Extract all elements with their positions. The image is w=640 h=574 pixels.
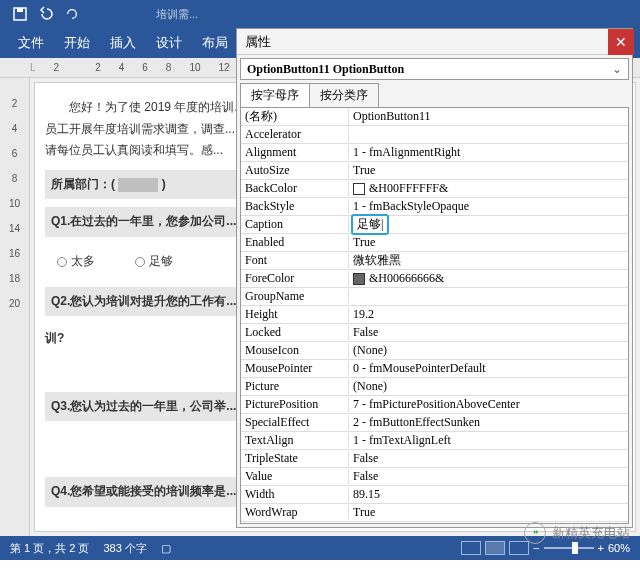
object-selector[interactable]: OptionButton11 OptionButton ⌄: [240, 58, 629, 80]
property-key: MouseIcon: [241, 343, 349, 358]
color-swatch: [353, 183, 365, 195]
property-key: GroupName: [241, 289, 349, 304]
quick-access-toolbar: 培训需...: [0, 0, 640, 28]
page-indicator[interactable]: 第 1 页，共 2 页: [10, 541, 89, 556]
property-row[interactable]: AutoSizeTrue: [241, 162, 628, 180]
property-value[interactable]: &H00FFFFFF&: [349, 181, 628, 196]
property-row[interactable]: PicturePosition7 - fmPicturePositionAbov…: [241, 396, 628, 414]
property-key: Width: [241, 487, 349, 502]
tab-design[interactable]: 设计: [146, 28, 192, 58]
property-key: WordWrap: [241, 505, 349, 520]
property-row[interactable]: Caption足够|: [241, 216, 628, 234]
property-key: ForeColor: [241, 271, 349, 286]
property-key: BackColor: [241, 181, 349, 196]
property-key: SpecialEffect: [241, 415, 349, 430]
property-value[interactable]: (None): [349, 379, 628, 394]
property-key: AutoSize: [241, 163, 349, 178]
property-row[interactable]: MousePointer0 - fmMousePointerDefault: [241, 360, 628, 378]
property-key: (名称): [241, 108, 349, 125]
property-key: TripleState: [241, 451, 349, 466]
undo-icon[interactable]: [34, 2, 58, 26]
property-row[interactable]: ValueFalse: [241, 468, 628, 486]
property-value[interactable]: 0 - fmMousePointerDefault: [349, 361, 628, 376]
option-enough[interactable]: 足够: [135, 251, 173, 273]
property-row[interactable]: TextAlign1 - fmTextAlignLeft: [241, 432, 628, 450]
word-count[interactable]: 383 个字: [103, 541, 146, 556]
property-value[interactable]: 1 - fmTextAlignLeft: [349, 433, 628, 448]
dropdown-icon: ⌄: [612, 62, 622, 77]
property-key: MousePointer: [241, 361, 349, 376]
property-row[interactable]: ForeColor&H00666666&: [241, 270, 628, 288]
property-key: Locked: [241, 325, 349, 340]
property-row[interactable]: Alignment1 - fmAlignmentRight: [241, 144, 628, 162]
property-row[interactable]: MouseIcon(None): [241, 342, 628, 360]
close-button[interactable]: ✕: [608, 29, 634, 55]
property-value[interactable]: 19.2: [349, 307, 628, 322]
property-key: BackStyle: [241, 199, 349, 214]
property-value[interactable]: 微软雅黑: [349, 252, 628, 269]
property-key: Enabled: [241, 235, 349, 250]
property-row[interactable]: (名称)OptionButton11: [241, 108, 628, 126]
doc-title: 培训需...: [156, 7, 198, 22]
property-key: Alignment: [241, 145, 349, 160]
property-value[interactable]: OptionButton11: [349, 109, 628, 124]
property-value[interactable]: False: [349, 451, 628, 466]
property-value[interactable]: 1 - fmBackStyleOpaque: [349, 199, 628, 214]
properties-panel: 属性 ✕ OptionButton11 OptionButton ⌄ 按字母序 …: [236, 28, 633, 528]
tab-insert[interactable]: 插入: [100, 28, 146, 58]
property-row[interactable]: Accelerator: [241, 126, 628, 144]
property-key: Picture: [241, 379, 349, 394]
tab-alphabetic[interactable]: 按字母序: [240, 83, 310, 107]
property-grid[interactable]: (名称)OptionButton11AcceleratorAlignment1 …: [240, 107, 629, 524]
tab-categorized[interactable]: 按分类序: [309, 83, 379, 107]
vertical-ruler: 24681014161820: [0, 78, 30, 536]
property-row[interactable]: TripleStateFalse: [241, 450, 628, 468]
property-value[interactable]: False: [349, 469, 628, 484]
property-tabs: 按字母序 按分类序: [240, 83, 629, 107]
property-value[interactable]: 1 - fmAlignmentRight: [349, 145, 628, 160]
property-key: Value: [241, 469, 349, 484]
watermark: ❝ 新精英充电站: [524, 522, 630, 544]
spellcheck-icon[interactable]: ▢: [161, 542, 171, 555]
property-value[interactable]: 足够|: [349, 214, 628, 235]
property-row[interactable]: LockedFalse: [241, 324, 628, 342]
redo-icon[interactable]: [60, 2, 84, 26]
view-readmode-icon[interactable]: [461, 541, 481, 555]
property-row[interactable]: BackColor&H00FFFFFF&: [241, 180, 628, 198]
property-row[interactable]: Font微软雅黑: [241, 252, 628, 270]
radio-icon: [135, 257, 145, 267]
property-value[interactable]: 2 - fmButtonEffectSunken: [349, 415, 628, 430]
tab-file[interactable]: 文件: [8, 28, 54, 58]
property-row[interactable]: GroupName: [241, 288, 628, 306]
property-value[interactable]: 7 - fmPicturePositionAboveCenter: [349, 397, 628, 412]
property-value[interactable]: (None): [349, 343, 628, 358]
property-row[interactable]: WordWrapTrue: [241, 504, 628, 522]
property-key: Caption: [241, 217, 349, 232]
property-value[interactable]: &H00666666&: [349, 271, 628, 286]
property-key: PicturePosition: [241, 397, 349, 412]
property-value[interactable]: True: [349, 163, 628, 178]
view-print-icon[interactable]: [485, 541, 505, 555]
property-value[interactable]: False: [349, 325, 628, 340]
property-key: Font: [241, 253, 349, 268]
property-key: Height: [241, 307, 349, 322]
property-value[interactable]: True: [349, 505, 628, 520]
property-row[interactable]: Width89.15: [241, 486, 628, 504]
property-value[interactable]: True: [349, 235, 628, 250]
option-too-many[interactable]: 太多: [57, 251, 95, 273]
property-key: Accelerator: [241, 127, 349, 142]
tab-home[interactable]: 开始: [54, 28, 100, 58]
properties-title: 属性 ✕: [237, 29, 632, 55]
color-swatch: [353, 273, 365, 285]
property-value[interactable]: 89.15: [349, 487, 628, 502]
zoom-slider[interactable]: [544, 547, 594, 549]
property-row[interactable]: EnabledTrue: [241, 234, 628, 252]
tab-layout[interactable]: 布局: [192, 28, 238, 58]
wechat-icon: ❝: [524, 522, 546, 544]
save-icon[interactable]: [8, 2, 32, 26]
property-row[interactable]: Height19.2: [241, 306, 628, 324]
property-row[interactable]: Picture(None): [241, 378, 628, 396]
property-row[interactable]: SpecialEffect2 - fmButtonEffectSunken: [241, 414, 628, 432]
property-key: TextAlign: [241, 433, 349, 448]
radio-icon: [57, 257, 67, 267]
